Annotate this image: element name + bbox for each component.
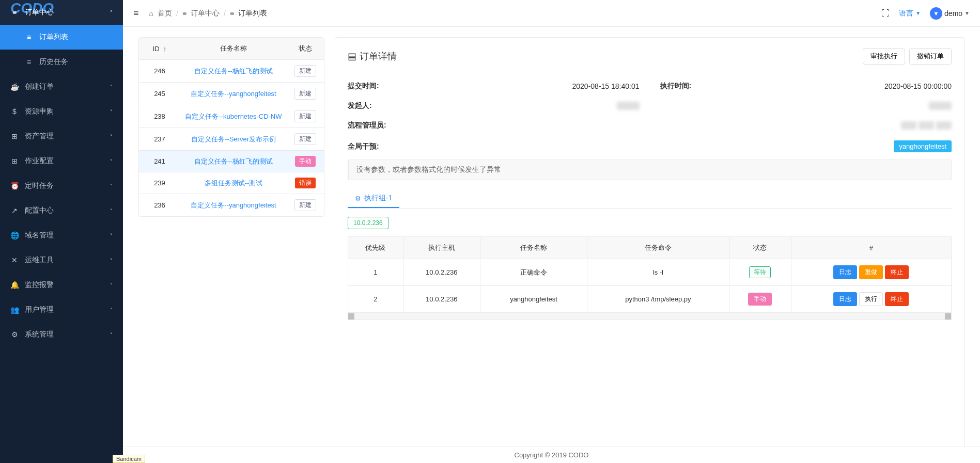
chevron-icon: ˅ [110, 282, 113, 288]
initiator-value: xxxx [617, 102, 640, 110]
cell-host: 10.0.2.236 [403, 259, 480, 286]
breadcrumb-home[interactable]: 首页 [158, 9, 172, 18]
col-id-label: ID [153, 45, 160, 53]
col-id[interactable]: ID ▲▼ [139, 38, 180, 60]
gear-icon: ⚙ [355, 195, 361, 202]
scroll-left[interactable] [348, 313, 354, 320]
sidebar-item[interactable]: $资源申购˅ [0, 99, 123, 124]
sidebar-item[interactable]: 🔔监控报警˅ [0, 273, 123, 297]
sidebar-item[interactable]: ✕运维工具˅ [0, 248, 123, 273]
table-row[interactable]: 236 自定义任务--yanghongfeitest 新建 [139, 194, 324, 217]
user-menu[interactable]: ▼ demo ▼ [930, 7, 970, 20]
col-status: 状态 [729, 237, 791, 259]
breadcrumb: ⌂ 首页 / ≡ 订单中心 / ≡ 订单列表 [149, 9, 882, 18]
revoke-button[interactable]: 撤销订单 [909, 48, 952, 65]
row-id: 239 [139, 172, 180, 194]
cell-actions: 日志执行终止 [791, 286, 951, 313]
row-task[interactable]: 自定义任务--kubernetes-CD-NW [180, 105, 287, 128]
caret-down-icon: ▼ [965, 10, 970, 16]
separator: / [176, 9, 178, 18]
action-button[interactable]: 日志 [833, 265, 857, 279]
chevron-icon: ˅ [110, 332, 113, 338]
detail-title: ▤ 订单详情 [348, 50, 397, 62]
table-row[interactable]: 245 自定义任务--yanghongfeitest 新建 [139, 83, 324, 105]
row-task[interactable]: 自定义任务--杨红飞的测试 [180, 151, 287, 172]
menu-icon: ✕ [10, 256, 19, 264]
exec-time-value: 2020-08-15 00:00:00 [884, 82, 952, 90]
exec-group-tabs: ⚙ 执行组-1 [348, 189, 952, 209]
task-table-wrap: 优先级 执行主机 任务名称 任务命令 状态 # 1 10.0.2.236 正确命… [348, 236, 952, 320]
home-icon[interactable]: ⌂ [149, 9, 153, 18]
tab-exec-group-1[interactable]: ⚙ 执行组-1 [348, 189, 399, 208]
action-button[interactable]: 终止 [885, 292, 909, 306]
table-row[interactable]: 246 自定义任务--杨红飞的测试 新建 [139, 60, 324, 83]
sidebar-item[interactable]: ⚙系统管理˅ [0, 322, 123, 347]
sidebar-item[interactable]: ↗配置中心˅ [0, 198, 123, 223]
action-button[interactable]: 执行 [859, 292, 883, 306]
action-button[interactable]: 重做 [859, 265, 883, 279]
row-task[interactable]: 自定义任务--yanghongfeitest [180, 83, 287, 105]
col-priority: 优先级 [348, 237, 403, 259]
avatar: ▼ [930, 7, 942, 20]
menu-icon: ⏰ [10, 182, 19, 190]
menu-label: 资源申购 [25, 107, 110, 116]
table-row[interactable]: 237 自定义任务--Server发布示例 新建 [139, 128, 324, 151]
menu-icon: 🌐 [10, 231, 19, 240]
menu-label: 用户管理 [25, 305, 110, 314]
sidebar-item[interactable]: ☕创建订单˅ [0, 74, 123, 99]
cell-priority: 2 [348, 286, 403, 313]
language-label: 语言 [899, 9, 913, 18]
global-label: 全局干预: [348, 142, 379, 151]
row-task[interactable]: 自定义任务--杨红飞的测试 [180, 60, 287, 83]
scroll-right[interactable] [945, 313, 951, 320]
language-select[interactable]: 语言 ▼ [899, 9, 921, 18]
cell-name: 正确命令 [480, 259, 587, 286]
order-table: ID ▲▼ 任务名称 状态 246 自定义任务--杨红飞的测试 新建 245 自… [139, 38, 324, 216]
exec-time-label: 执行时间: [660, 82, 692, 91]
row-status: 新建 [287, 194, 324, 217]
row-task[interactable]: 自定义任务--yanghongfeitest [180, 194, 287, 217]
menu-icon: ↗ [10, 206, 19, 215]
row-status: 新建 [287, 60, 324, 83]
hamburger-icon[interactable]: ≡ [133, 8, 139, 19]
approve-button[interactable]: 审批执行 [863, 48, 905, 65]
footer-text: Copyright © 2019 CODO [123, 451, 980, 459]
table-row[interactable]: 239 多组任务测试--测试 错误 [139, 172, 324, 194]
action-button[interactable]: 终止 [885, 265, 909, 279]
menu-icon: ☕ [10, 83, 19, 91]
row-id: 236 [139, 194, 180, 217]
sidebar-item[interactable]: ⊞资产管理˅ [0, 124, 123, 149]
cell-status: 等待 [729, 259, 791, 286]
sidebar-item[interactable]: ⊞作业配置˅ [0, 149, 123, 173]
horizontal-scrollbar[interactable] [348, 313, 952, 320]
fullscreen-button[interactable] [881, 9, 890, 18]
row-task[interactable]: 多组任务测试--测试 [180, 172, 287, 194]
detail-icon: ▤ [348, 51, 356, 62]
menu-label: 配置中心 [25, 206, 110, 215]
sidebar-item[interactable]: ⏰定时任务˅ [0, 173, 123, 198]
chevron-icon: ˅ [110, 183, 113, 189]
sidebar-subitem[interactable]: ≡历史任务 [0, 50, 123, 74]
cell-cmd: ls -l [587, 259, 729, 286]
footer: Copyright © 2019 CODO [123, 446, 980, 463]
sidebar-item[interactable]: 👥用户管理˅ [0, 297, 123, 322]
table-row[interactable]: 241 自定义任务--杨红飞的测试 手动 [139, 151, 324, 172]
action-button[interactable]: 日志 [833, 292, 857, 306]
menu-icon: 👥 [10, 306, 19, 314]
breadcrumb-1[interactable]: 订单中心 [191, 9, 220, 18]
chevron-icon: ˅ [110, 233, 113, 238]
fullscreen-icon [881, 9, 890, 18]
row-status: 新建 [287, 128, 324, 151]
flow-admin-blur: xx xx xx [901, 121, 952, 130]
menu-label: 历史任务 [39, 57, 113, 67]
sidebar-item[interactable]: 🌐域名管理˅ [0, 223, 123, 248]
cell-priority: 1 [348, 259, 403, 286]
table-row[interactable]: 238 自定义任务--kubernetes-CD-NW 新建 [139, 105, 324, 128]
order-detail-panel: ▤ 订单详情 审批执行 撤销订单 提交时间: 2020-08-15 18:40:… [335, 37, 965, 453]
row-task[interactable]: 自定义任务--Server发布示例 [180, 128, 287, 151]
chevron-icon: ˅ [110, 84, 113, 90]
sort-icon[interactable]: ▲▼ [163, 46, 166, 52]
row-id: 238 [139, 105, 180, 128]
sidebar-subitem[interactable]: ≡订单列表 [0, 25, 123, 50]
topbar: ≡ ⌂ 首页 / ≡ 订单中心 / ≡ 订单列表 语言 ▼ ▼ demo [123, 0, 980, 27]
